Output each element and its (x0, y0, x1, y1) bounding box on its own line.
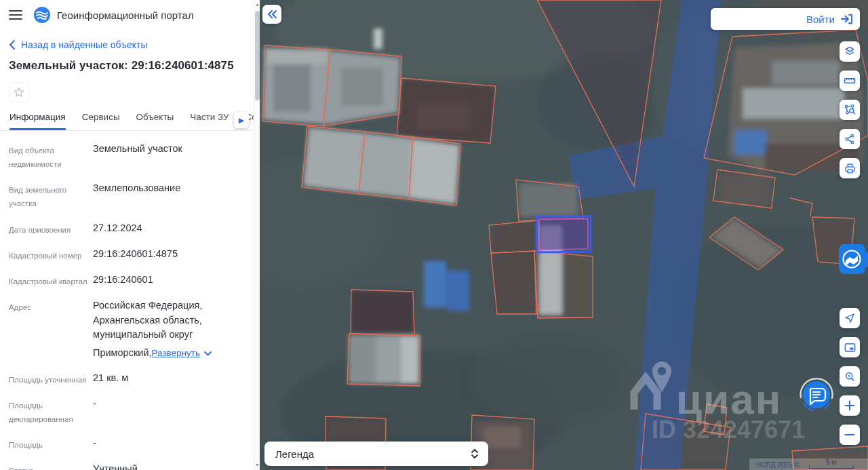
attribute-row: Кадастровый квартал 29:16:240601 (9, 273, 253, 288)
legend-label: Легенда (275, 448, 314, 460)
scrollbar-thumb[interactable] (255, 11, 260, 100)
sidebar-scrollbar[interactable]: ▲ ▼ (254, 0, 260, 470)
attribute-label: Вид объекта недвижимости (9, 142, 89, 171)
favorite-button[interactable] (9, 82, 29, 102)
print-button[interactable] (840, 158, 860, 178)
attribute-label: Площадь (9, 436, 89, 452)
overview-map-button[interactable] (840, 337, 860, 357)
tab-4[interactable]: Части ЗУ (190, 112, 229, 128)
minus-icon (844, 429, 855, 440)
attribute-row: Площадь декларированная - (9, 397, 253, 426)
attribute-label: Адрес (9, 298, 89, 361)
plus-icon (844, 400, 855, 411)
zoom-out-button[interactable] (840, 425, 860, 445)
attribute-row: Адрес Российская Федерация, Архангельска… (9, 298, 253, 361)
printer-icon (844, 162, 856, 175)
attribute-row: Вид земельного участка Землепользование (9, 181, 253, 210)
navigation-arrow-icon (844, 312, 856, 324)
attribute-label: Дата присвоения (9, 221, 89, 237)
scale-bar: 5 м (809, 461, 854, 469)
ruler-icon (843, 74, 856, 87)
tabs-scroll-right-button[interactable]: ▶ (234, 112, 249, 128)
star-icon (13, 86, 25, 98)
support-chat-button[interactable] (797, 375, 836, 414)
scroll-up-icon[interactable]: ▲ (254, 1, 260, 9)
tab-2[interactable]: Сервисы (82, 112, 120, 128)
picture-in-picture-icon (844, 341, 856, 354)
map-bubble-icon (838, 243, 868, 275)
portal-logo-icon (33, 6, 51, 24)
attribute-value: - (89, 436, 253, 452)
attribute-value: - (89, 397, 253, 426)
point-search-button[interactable] (840, 366, 860, 387)
portal-title: Геоинформационный портал (57, 9, 194, 21)
back-link[interactable]: Назад в найденные объекты (0, 30, 260, 50)
map-canvas[interactable]: циан ID 324247671 Войти (260, 0, 868, 470)
attribute-row: Вид объекта недвижимости Земельный участ… (9, 142, 253, 171)
scroll-down-icon[interactable]: ▼ (254, 461, 260, 469)
attribute-label: Площадь декларированная (9, 397, 89, 426)
layers-button[interactable] (840, 41, 860, 62)
watermark-id: ID 324247671 (652, 416, 805, 444)
attribute-value: 29:16:240601:4875 (89, 247, 253, 262)
attribute-value: Российская Федерация, Архангельская обла… (89, 298, 253, 361)
collapse-sidebar-button[interactable] (262, 5, 281, 24)
map-widget-button[interactable] (838, 243, 868, 275)
attribute-value: Землепользование (89, 181, 253, 210)
geoportal-app: Геоинформационный портал Назад в найденн… (0, 0, 868, 470)
sidebar-header: Геоинформационный портал (0, 0, 260, 30)
map-tools-bottom (840, 308, 860, 454)
tab-1[interactable]: Информация (9, 112, 66, 130)
polygon-search-icon (843, 103, 856, 117)
attribute-row: Площадь уточненная 21 кв. м (9, 371, 253, 387)
tab-bar: ИнформацияСервисыОбъектыЧасти ЗУСостаГ ▶ (0, 111, 260, 131)
measure-button[interactable] (840, 71, 860, 91)
attribute-value: 21 кв. м (89, 371, 253, 387)
expand-label: Развернуть (152, 347, 201, 360)
address-expand-link[interactable]: Развернуть (152, 347, 212, 360)
attribution-text: НСПД 2025 © (756, 461, 800, 469)
satellite-map[interactable]: циан ID 324247671 (260, 0, 868, 470)
chevron-left-icon (9, 40, 15, 50)
page-title: Земельный участок: 29:16:240601:4875 (0, 50, 260, 73)
attribute-value: Учтенный (89, 462, 253, 470)
location-search-icon (844, 370, 856, 383)
attribute-label: Статус (9, 462, 89, 470)
tab-3[interactable]: Объекты (136, 112, 174, 128)
zoom-in-button[interactable] (840, 395, 860, 416)
attribute-label: Кадастровый квартал (9, 273, 89, 288)
attribute-row: Кадастровый номер 29:16:240601:4875 (9, 247, 253, 262)
map-tools-top (840, 41, 860, 187)
share-button[interactable] (840, 129, 860, 149)
chevron-down-icon (204, 351, 212, 356)
selected-parcel[interactable] (536, 216, 591, 252)
attribute-value: 27.12.2024 (89, 221, 253, 237)
share-icon (844, 133, 856, 145)
back-link-label: Назад в найденные объекты (21, 39, 147, 50)
locate-button[interactable] (840, 308, 860, 328)
legend-dropdown[interactable]: Легенда (264, 442, 488, 466)
info-sidebar: Геоинформационный портал Назад в найденн… (0, 0, 260, 470)
menu-icon[interactable] (9, 10, 22, 20)
login-button[interactable]: Войти (711, 8, 860, 30)
attributes-list: Вид объекта недвижимости Земельный участ… (0, 131, 260, 470)
attribute-row: Дата присвоения 27.12.2024 (9, 221, 253, 237)
chat-bubble-icon (797, 375, 836, 414)
attribute-row: Площадь - (9, 436, 253, 452)
attribute-label: Вид земельного участка (9, 181, 89, 210)
attribute-row: Статус Учтенный (9, 462, 253, 470)
layers-icon (843, 45, 856, 58)
attribute-label: Кадастровый номер (9, 247, 89, 262)
chevron-double-left-icon (267, 9, 277, 19)
attribute-value: 29:16:240601 (89, 273, 253, 288)
attribute-value: Земельный участок (89, 142, 253, 171)
attribute-label: Площадь уточненная (9, 371, 89, 387)
map-attribution: НСПД 2025 © 5 м (749, 458, 868, 470)
login-label: Войти (806, 14, 835, 25)
login-icon (840, 13, 853, 25)
area-search-button[interactable] (840, 100, 860, 120)
chevron-up-down-icon (471, 448, 479, 460)
